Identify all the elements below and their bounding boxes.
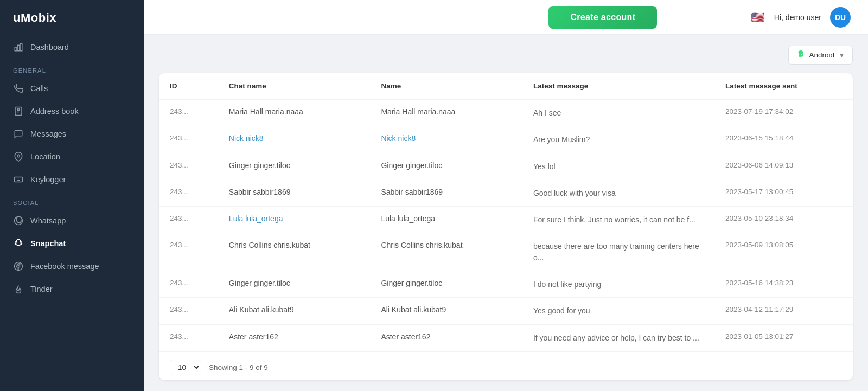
sidebar-item-label: Keylogger	[30, 175, 66, 184]
android-selector-button[interactable]: Android ▼	[788, 46, 853, 65]
logo-suffix: Mobix	[21, 11, 56, 24]
cell-name[interactable]: Nick nick8	[370, 126, 522, 153]
table-row: 243... Sabbir sabbir1869 Sabbir sabbir18…	[159, 180, 853, 206]
sidebar-item-location[interactable]: Location	[0, 145, 144, 168]
chart-icon	[13, 42, 24, 53]
cell-chat-name: Ginger ginger.tiloc	[218, 271, 371, 298]
svg-point-4	[18, 108, 20, 110]
cell-id: 243...	[159, 99, 218, 126]
sidebar-item-whatsapp[interactable]: Whatsapp	[0, 209, 144, 232]
cell-date: 2023-05-16 14:38:23	[714, 271, 853, 298]
cell-message: For sure I think. Just no worries, it ca…	[522, 207, 714, 233]
cell-name: Lula lula_ortega	[370, 207, 522, 233]
platform-selector: Android ▼	[159, 46, 853, 65]
sidebar-item-label: Messages	[30, 130, 66, 138]
cell-message: Ah I see	[522, 99, 714, 126]
pagination: 10 25 50 Showing 1 - 9 of 9	[159, 351, 853, 380]
facebook-icon	[13, 261, 24, 272]
cell-name: Sabbir sabbir1869	[370, 180, 522, 206]
cell-name: Ali Kubat ali.kubat9	[370, 298, 522, 324]
chevron-down-icon: ▼	[839, 52, 845, 59]
svg-point-11	[801, 54, 802, 55]
sidebar-item-label: Dashboard	[30, 43, 69, 52]
messages-table-container: ID Chat name Name Latest message Latest …	[159, 73, 853, 380]
android-icon	[796, 50, 805, 60]
cell-date: 2023-06-15 15:18:44	[714, 126, 853, 153]
cell-date: 2023-01-05 13:01:27	[714, 324, 853, 351]
cell-message: Yes good for you	[522, 298, 714, 324]
cell-chat-name[interactable]: Nick nick8	[218, 126, 371, 153]
cell-message: I do not like partying	[522, 271, 714, 298]
cell-id: 243...	[159, 153, 218, 180]
sidebar-item-snapchat[interactable]: Snapchat	[0, 232, 144, 255]
table-row: 243... Lula lula_ortega Lula lula_ortega…	[159, 207, 853, 233]
sidebar-item-dashboard[interactable]: Dashboard	[0, 36, 144, 59]
general-section-label: GENERAL	[0, 59, 144, 77]
header-center: Create account	[456, 6, 750, 29]
phone-icon	[13, 83, 24, 94]
per-page-select[interactable]: 10 25 50	[170, 360, 201, 375]
cell-chat-name[interactable]: Lula lula_ortega	[218, 207, 371, 233]
header-right: 🇺🇸 Hi, demo user DU	[750, 7, 851, 28]
logo-prefix: u	[13, 11, 21, 24]
cell-chat-name: Maria Hall maria.naaa	[218, 99, 371, 126]
sidebar-item-tinder[interactable]: Tinder	[0, 278, 144, 300]
cell-date: 2023-05-09 13:08:05	[714, 233, 853, 271]
username: demo user	[786, 13, 821, 22]
keyboard-icon	[13, 174, 24, 185]
sidebar-item-label: Facebook message	[30, 262, 99, 271]
flag-icon: 🇺🇸	[750, 10, 765, 25]
table-row: 243... Aster aster162 Aster aster162 If …	[159, 324, 853, 351]
cell-date: 2023-06-06 14:09:13	[714, 153, 853, 180]
cell-date: 2023-07-19 17:34:02	[714, 99, 853, 126]
table-row: 243... Ali Kubat ali.kubat9 Ali Kubat al…	[159, 298, 853, 324]
sidebar-item-label: Tinder	[30, 285, 53, 293]
cell-chat-name: Ali Kubat ali.kubat9	[218, 298, 371, 324]
snapchat-icon	[13, 238, 24, 249]
col-latest-sent: Latest message sent	[714, 73, 853, 99]
cell-message: because there are too many training cent…	[522, 233, 714, 271]
col-name: Name	[370, 73, 522, 99]
android-label: Android	[809, 51, 835, 59]
user-greeting: Hi, demo user	[774, 13, 821, 22]
whatsapp-icon	[13, 215, 24, 226]
cell-message: Yes lol	[522, 153, 714, 180]
create-account-button[interactable]: Create account	[548, 6, 657, 29]
cell-chat-name: Sabbir sabbir1869	[218, 180, 371, 206]
cell-date: 2023-05-10 23:18:34	[714, 207, 853, 233]
app-logo[interactable]: uMobix	[0, 0, 144, 36]
svg-rect-9	[799, 53, 803, 56]
cell-name: Maria Hall maria.naaa	[370, 99, 522, 126]
sidebar-item-calls[interactable]: Calls	[0, 77, 144, 100]
table-row: 243... Ginger ginger.tiloc Ginger ginger…	[159, 153, 853, 180]
sidebar-item-label: Location	[30, 152, 60, 161]
sidebar-item-keylogger[interactable]: Keylogger	[0, 168, 144, 191]
sidebar-item-label: Snapchat	[30, 239, 66, 248]
table-header-row: ID Chat name Name Latest message Latest …	[159, 73, 853, 99]
table-row: 243... Chris Collins chris.kubat Chris C…	[159, 233, 853, 271]
cell-id: 243...	[159, 207, 218, 233]
cell-id: 243...	[159, 180, 218, 206]
header: Create account 🇺🇸 Hi, demo user DU	[144, 0, 868, 35]
messages-table: ID Chat name Name Latest message Latest …	[159, 73, 853, 351]
cell-chat-name: Ginger ginger.tiloc	[218, 153, 371, 180]
contacts-icon	[13, 106, 24, 117]
table-row: 243... Nick nick8 Nick nick8 Are you Mus…	[159, 126, 853, 153]
svg-point-10	[799, 54, 800, 55]
sidebar-item-messages[interactable]: Messages	[0, 123, 144, 145]
cell-name: Ginger ginger.tiloc	[370, 271, 522, 298]
cell-date: 2023-05-17 13:00:45	[714, 180, 853, 206]
location-icon	[13, 151, 24, 162]
cell-date: 2023-04-12 11:17:29	[714, 298, 853, 324]
main-content: Create account 🇺🇸 Hi, demo user DU Andro…	[144, 0, 868, 391]
cell-id: 243...	[159, 271, 218, 298]
sidebar-item-facebook[interactable]: Facebook message	[0, 255, 144, 278]
cell-message: Good luck with your visa	[522, 180, 714, 206]
svg-rect-0	[15, 47, 17, 51]
svg-rect-1	[17, 45, 20, 51]
cell-name: Chris Collins chris.kubat	[370, 233, 522, 271]
svg-rect-2	[20, 43, 22, 51]
sidebar-item-address-book[interactable]: Address book	[0, 100, 144, 123]
col-latest-message: Latest message	[522, 73, 714, 99]
table-row: 243... Maria Hall maria.naaa Maria Hall …	[159, 99, 853, 126]
